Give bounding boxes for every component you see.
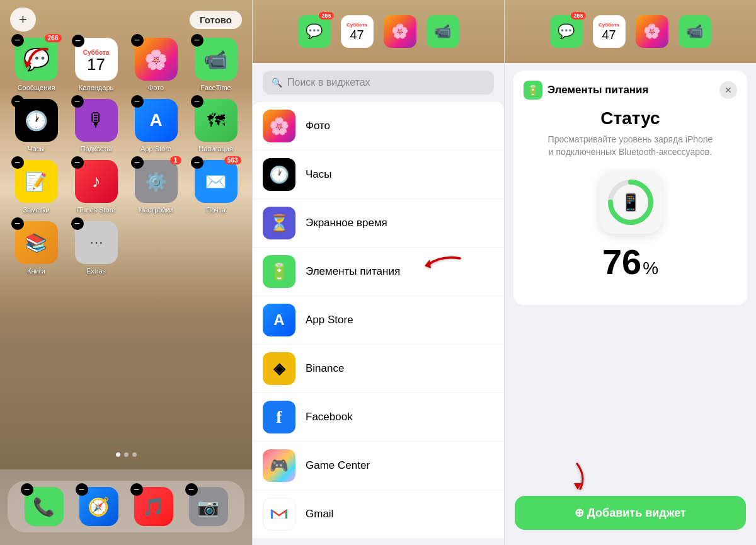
app-item-appstore[interactable]: − A App Store xyxy=(130,99,182,152)
widget-facebook-icon: f xyxy=(263,401,295,433)
app-item-calendar[interactable]: − Суббота 17 Календарь xyxy=(70,38,122,91)
minus-btn[interactable]: − xyxy=(71,156,84,169)
p3-preview-calendar: Суббота 47 xyxy=(593,15,626,48)
app-item-clock[interactable]: − 🕐 Часы xyxy=(10,99,62,152)
plus-icon: + xyxy=(19,11,27,28)
widget-gmail-name: Gmail xyxy=(306,508,333,520)
dock-music[interactable]: − 🎵 xyxy=(134,487,173,526)
app-item-notes[interactable]: − 📝 Заметки xyxy=(10,160,62,214)
widget-gamecenter-icon: 🎮 xyxy=(263,449,295,482)
p3-preview-facetime: 📹 xyxy=(679,15,711,48)
messages-label: Сообщения xyxy=(18,84,55,91)
p3-preview-messages: 266 💬 xyxy=(550,15,583,48)
done-button[interactable]: Готово xyxy=(190,11,242,29)
settings-label: Настройки xyxy=(139,206,173,214)
minus-btn[interactable]: − xyxy=(11,95,24,108)
add-widget-button[interactable]: ⊕ Добавить виджет xyxy=(515,496,746,530)
facetime-icon: − 📹 xyxy=(195,38,238,81)
minus-btn[interactable]: − xyxy=(130,483,143,496)
topbar: + Готово xyxy=(0,8,252,32)
bottom-cursor-arrow xyxy=(561,461,593,495)
preview-calendar: Суббота 47 xyxy=(341,15,374,48)
widget-item-gamecenter[interactable]: 🎮 Game Center xyxy=(253,442,504,490)
minus-btn[interactable]: − xyxy=(131,34,144,47)
p3-preview-photos: 🌸 xyxy=(636,15,668,48)
widget-picker-panel: 266 💬 Суббота 47 🌸 📹 🔍 Поиск в виджетах … xyxy=(252,0,504,545)
widget-item-screentime[interactable]: ⏳ Экранное время xyxy=(253,199,504,247)
dot-2 xyxy=(124,452,129,457)
phone-icon: − 📞 xyxy=(25,487,64,526)
minus-btn[interactable]: − xyxy=(11,156,24,169)
widget-battery-icon: 🔋 xyxy=(263,255,295,288)
dock-camera[interactable]: − 📷 xyxy=(189,487,228,526)
widget-item-appstore[interactable]: A App Store xyxy=(253,296,504,344)
battery-detail-panel: 266 💬 Суббота 47 🌸 📹 🔋 Элементы питания … xyxy=(504,0,756,545)
widget-list: 🌸 Фото 🕐 Часы ⏳ Экранное время 🔋 Элемент… xyxy=(253,102,504,545)
minus-btn[interactable]: − xyxy=(131,156,144,169)
app-item-extras[interactable]: − ⋯ Extras xyxy=(70,221,122,275)
add-widget-label: ⊕ Добавить виджет xyxy=(575,506,686,520)
widget-photos-icon: 🌸 xyxy=(263,110,295,142)
widget-appstore-name: App Store xyxy=(306,314,353,326)
widget-binance-name: Binance xyxy=(306,362,344,375)
preview-facetime: 📹 xyxy=(427,15,459,48)
minus-btn[interactable]: − xyxy=(71,95,84,108)
minus-btn[interactable]: − xyxy=(191,34,203,47)
widget-gmail-icon xyxy=(263,498,295,531)
books-icon: − 📚 xyxy=(15,221,58,264)
widget-item-facebook[interactable]: f Facebook xyxy=(253,393,504,441)
battery-detail-card: 🔋 Элементы питания ✕ Статус Просматривай… xyxy=(513,71,747,305)
minus-btn[interactable]: − xyxy=(11,217,24,230)
widget-item-clock[interactable]: 🕐 Часы xyxy=(253,151,504,198)
minus-btn[interactable]: − xyxy=(131,95,144,108)
panel3-preview: 266 💬 Суббота 47 🌸 📹 xyxy=(505,0,756,63)
svg-marker-4 xyxy=(425,260,431,268)
camera-icon: − 📷 xyxy=(189,487,228,526)
app-item-podcasts[interactable]: − 🎙 Подкасты xyxy=(70,99,122,152)
app-item-books[interactable]: − 📚 Книги xyxy=(10,221,62,275)
widget-appstore-icon: A xyxy=(263,304,295,336)
app-item-photos[interactable]: − 🌸 Фото xyxy=(130,38,182,91)
app-item-maps[interactable]: − 🗺 Навигация xyxy=(190,99,242,152)
panel2-preview: 266 💬 Суббота 47 🌸 📹 xyxy=(253,0,504,63)
maps-icon: − 🗺 xyxy=(195,99,238,142)
dock-phone[interactable]: − 📞 xyxy=(25,487,64,526)
minus-btn[interactable]: − xyxy=(71,217,84,230)
minus-btn[interactable]: − xyxy=(72,35,84,47)
clock-label: Часы xyxy=(28,145,45,152)
app-item-settings[interactable]: − 1 ⚙️ Настройки xyxy=(130,160,182,214)
widget-item-binance[interactable]: ◈ Binance xyxy=(253,345,504,393)
extras-icon: − ⋯ xyxy=(75,221,118,264)
minus-btn[interactable]: − xyxy=(185,483,198,496)
app-item-facetime[interactable]: − 📹 FaceTime xyxy=(190,38,242,91)
music-icon: − 🎵 xyxy=(134,487,173,526)
minus-btn[interactable]: − xyxy=(191,156,203,169)
battery-header: 🔋 Элементы питания ✕ xyxy=(524,81,737,100)
photos-icon: − 🌸 xyxy=(135,38,178,81)
dock-safari[interactable]: − 🧭 xyxy=(79,487,118,526)
widget-search[interactable]: 🔍 Поиск в виджетах xyxy=(263,71,494,95)
dot-1 xyxy=(116,452,120,457)
battery-circle: 📱 xyxy=(599,171,662,234)
widget-gamecenter-name: Game Center xyxy=(306,459,370,472)
widget-item-photos[interactable]: 🌸 Фото xyxy=(253,102,504,150)
dock: − 📞 − 🧭 − 🎵 − 📷 xyxy=(8,481,244,532)
widget-battery-name: Элементы питания xyxy=(306,265,400,278)
battery-status-title: Статус xyxy=(524,108,737,129)
minus-btn[interactable]: − xyxy=(76,483,88,496)
mail-label: Почта xyxy=(206,206,226,214)
minus-btn[interactable]: − xyxy=(191,95,203,108)
clock-icon: − 🕐 xyxy=(15,99,58,142)
add-widget-button[interactable]: + xyxy=(10,8,36,32)
app-item-itunes[interactable]: − ♪ iTunes Store xyxy=(70,160,122,214)
notes-label: Заметки xyxy=(23,206,49,214)
widget-item-battery[interactable]: 🔋 Элементы питания xyxy=(253,248,504,295)
app-item-mail[interactable]: − 563 ✉️ Почта xyxy=(190,160,242,214)
battery-phone-icon: 📱 xyxy=(621,193,641,212)
widget-item-gmail[interactable]: Gmail xyxy=(253,490,504,538)
search-placeholder: Поиск в виджетах xyxy=(287,77,370,88)
minus-btn[interactable]: − xyxy=(21,483,33,496)
widget-clock-name: Часы xyxy=(306,168,332,181)
battery-arrow xyxy=(416,246,466,280)
close-button[interactable]: ✕ xyxy=(719,81,737,99)
